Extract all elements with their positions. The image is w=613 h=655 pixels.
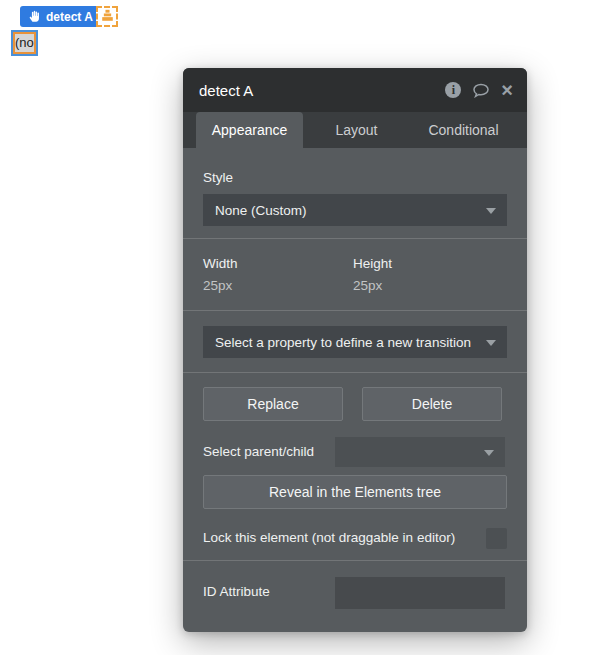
hand-icon — [28, 10, 41, 23]
style-dropdown[interactable]: None (Custom) — [203, 194, 507, 226]
tab-layout[interactable]: Layout — [303, 112, 410, 148]
id-attribute-label: ID Attribute — [203, 584, 270, 599]
element-badge[interactable]: detect A — [20, 6, 101, 27]
id-attribute-input[interactable] — [335, 577, 505, 609]
section-divider — [183, 238, 527, 239]
transition-dropdown[interactable]: Select a property to define a new transi… — [203, 326, 507, 358]
delete-button[interactable]: Delete — [362, 387, 502, 421]
width-value: 25px — [203, 278, 232, 293]
element-badge-label: detect A — [46, 10, 93, 24]
chevron-down-icon — [486, 340, 496, 346]
style-dropdown-value: None (Custom) — [215, 203, 307, 218]
section-divider — [183, 372, 527, 373]
element-tree-handle[interactable] — [96, 6, 118, 27]
canvas-element-text: (no — [15, 35, 34, 50]
tab-appearance[interactable]: Appearance — [196, 112, 303, 148]
info-icon[interactable]: i — [445, 82, 461, 98]
tab-bar: Appearance Layout Conditional — [183, 112, 527, 148]
panel-header: detect A i × — [183, 68, 527, 112]
parent-child-dropdown[interactable] — [335, 437, 505, 467]
canvas-element[interactable]: (no — [11, 30, 38, 56]
replace-button[interactable]: Replace — [203, 387, 343, 421]
parent-child-label: Select parent/child — [203, 444, 314, 459]
reveal-in-elements-tree-button[interactable]: Reveal in the Elements tree — [203, 475, 507, 509]
chevron-down-icon — [486, 208, 496, 214]
section-divider — [183, 310, 527, 311]
transition-dropdown-placeholder: Select a property to define a new transi… — [215, 335, 471, 350]
height-label: Height — [353, 256, 392, 271]
panel-title[interactable]: detect A — [199, 82, 445, 99]
close-icon[interactable]: × — [501, 82, 513, 98]
property-editor-panel: detect A i × Appearance Layout Condition… — [183, 68, 527, 632]
style-label: Style — [203, 170, 233, 185]
chevron-down-icon — [484, 450, 494, 456]
section-divider — [183, 560, 527, 561]
height-value: 25px — [353, 278, 382, 293]
tab-conditional[interactable]: Conditional — [410, 112, 517, 148]
panel-body: Style None (Custom) Width 25px Height 25… — [183, 148, 527, 632]
hierarchy-icon — [101, 8, 114, 26]
lock-element-checkbox[interactable] — [486, 528, 507, 549]
comment-icon[interactable] — [472, 83, 490, 98]
width-label: Width — [203, 256, 238, 271]
lock-element-label: Lock this element (not draggable in edit… — [203, 530, 455, 545]
